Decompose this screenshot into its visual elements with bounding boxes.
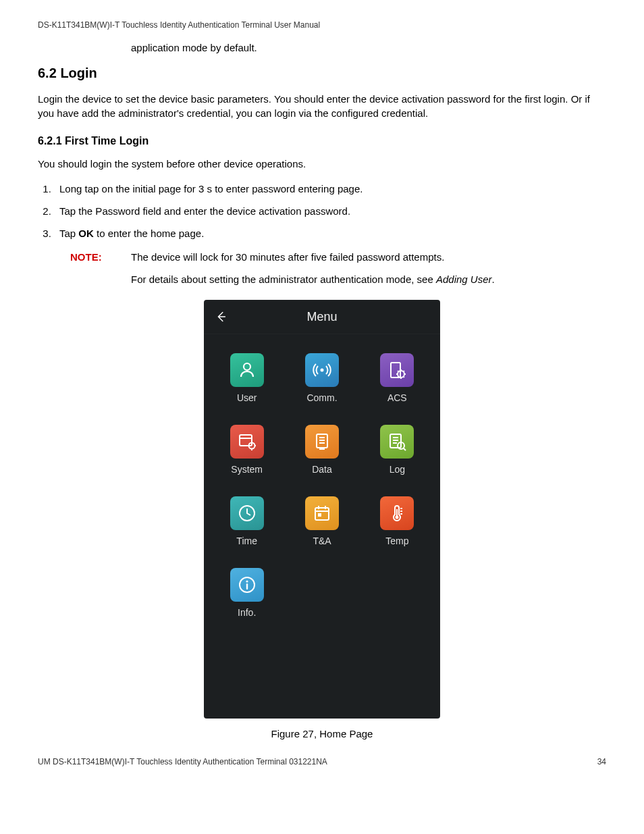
- menu-item-comm[interactable]: Comm.: [294, 353, 350, 403]
- subsection-heading: 6.2.1 First Time Login: [38, 135, 606, 147]
- menu-item-log[interactable]: Log: [369, 425, 425, 475]
- menu-item-label: Info.: [238, 607, 256, 618]
- door-gear-icon: [380, 353, 414, 387]
- log-icon: [380, 425, 414, 459]
- menu-item-label: System: [231, 464, 263, 475]
- menu-item-label: Comm.: [306, 392, 337, 403]
- menu-item-temp[interactable]: Temp: [369, 496, 425, 546]
- arrow-left-icon: [214, 310, 227, 323]
- screen-title: Menu: [204, 310, 440, 324]
- note-body: The device will lock for 30 minutes afte…: [131, 250, 606, 264]
- menu-item-label: Temp: [385, 536, 408, 546]
- page-footer: UM DS-K11T341BM(W)I-T Touchless Identity…: [38, 757, 606, 766]
- menu-item-label: Data: [312, 464, 332, 475]
- user-icon: [230, 353, 264, 387]
- menu-item-acs[interactable]: ACS: [369, 353, 425, 403]
- subsection-intro: You should login the system before other…: [38, 157, 606, 171]
- figure-image: Menu UserComm.ACSSystemDataLogTimeT&ATem…: [38, 300, 606, 719]
- note-block: NOTE: The device will lock for 30 minute…: [70, 250, 606, 264]
- footer-page-number: 34: [597, 757, 606, 766]
- window-gear-icon: [230, 425, 264, 459]
- signal-icon: [305, 353, 339, 387]
- screen-header: Menu: [204, 300, 440, 334]
- device-screen: Menu UserComm.ACSSystemDataLogTimeT&ATem…: [204, 300, 440, 719]
- step-item: Tap OK to enter the home page.: [54, 228, 606, 239]
- menu-item-label: T&A: [313, 536, 331, 546]
- note-label: NOTE:: [70, 250, 131, 264]
- info-icon: [230, 568, 264, 602]
- menu-item-info[interactable]: Info.: [219, 568, 275, 618]
- menu-item-ta[interactable]: T&A: [294, 496, 350, 546]
- app-grid: UserComm.ACSSystemDataLogTimeT&ATempInfo…: [204, 334, 440, 618]
- step-item: Long tap on the initial page for 3 s to …: [54, 183, 606, 194]
- step-item: Tap the Password field and enter the dev…: [54, 205, 606, 217]
- prior-paragraph: application mode by default.: [131, 42, 606, 53]
- menu-item-label: User: [237, 392, 257, 403]
- menu-item-user[interactable]: User: [219, 353, 275, 403]
- section-heading: 6.2 Login: [38, 66, 606, 81]
- thermometer-icon: [380, 496, 414, 530]
- menu-item-label: ACS: [387, 392, 407, 403]
- calendar-icon: [305, 496, 339, 530]
- section-title: Login: [60, 66, 97, 80]
- subsection-number: 6.2.1: [38, 135, 62, 147]
- data-icon: [305, 425, 339, 459]
- figure-caption: Figure 27, Home Page: [38, 728, 606, 739]
- menu-item-system[interactable]: System: [219, 425, 275, 475]
- menu-item-label: Time: [236, 536, 257, 546]
- menu-item-data[interactable]: Data: [294, 425, 350, 475]
- subsection-title: First Time Login: [65, 135, 149, 147]
- steps-list: Long tap on the initial page for 3 s to …: [38, 183, 606, 239]
- back-button[interactable]: [204, 310, 238, 323]
- page-header: DS-K11T341BM(W)I-T Touchless Identity Au…: [38, 20, 606, 30]
- note-followup: For details about setting the administra…: [131, 273, 606, 285]
- clock-icon: [230, 496, 264, 530]
- menu-item-label: Log: [390, 464, 405, 475]
- section-number: 6.2: [38, 66, 57, 80]
- footer-left: UM DS-K11T341BM(W)I-T Touchless Identity…: [38, 757, 327, 766]
- menu-item-time[interactable]: Time: [219, 496, 275, 546]
- section-intro: Login the device to set the device basic…: [38, 92, 606, 120]
